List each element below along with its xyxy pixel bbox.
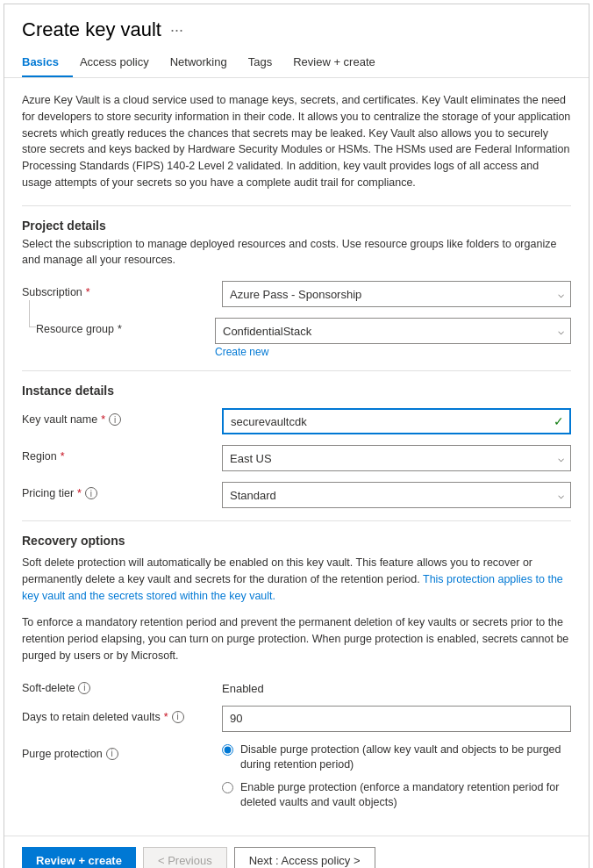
tab-access-policy[interactable]: Access policy: [80, 48, 163, 77]
resource-group-select[interactable]: ConfidentialStack: [215, 318, 571, 344]
resource-group-label: Resource group *: [22, 318, 215, 335]
resource-group-control: ConfidentialStack ⌵ Create new: [215, 318, 571, 358]
recovery-options-title: Recovery options: [22, 534, 571, 548]
purge-protection-info-icon[interactable]: i: [106, 748, 118, 760]
purge-enable-option[interactable]: Enable purge protection (enforce a manda…: [222, 780, 571, 811]
subscription-label: Subscription *: [22, 281, 215, 298]
purge-protection-control: Disable purge protection (allow key vaul…: [222, 742, 571, 811]
purge-enable-radio[interactable]: [222, 782, 233, 793]
days-retain-required: *: [164, 711, 168, 723]
purge-protection-radio-group: Disable purge protection (allow key vaul…: [222, 742, 571, 811]
region-select[interactable]: East US: [222, 445, 571, 471]
tab-tags[interactable]: Tags: [248, 48, 286, 77]
create-new-link[interactable]: Create new: [215, 346, 571, 358]
tab-bar: Basics Access policy Networking Tags Rev…: [4, 48, 589, 78]
subscription-control: Azure Pass - Sponsorship ⌵: [222, 281, 571, 307]
tab-basics[interactable]: Basics: [22, 48, 73, 77]
soft-delete-value: Enabled: [222, 677, 571, 695]
region-control: East US ⌵: [222, 445, 571, 471]
days-retain-info-icon[interactable]: i: [172, 711, 184, 723]
resource-group-required: *: [118, 323, 122, 335]
key-vault-name-valid-icon: ✓: [554, 414, 564, 428]
days-retain-input[interactable]: [222, 706, 571, 732]
purge-disable-option[interactable]: Disable purge protection (allow key vaul…: [222, 742, 571, 773]
review-create-button[interactable]: Review + create: [22, 847, 136, 869]
subscription-required: *: [86, 286, 90, 298]
pricing-tier-label: Pricing tier * i: [22, 482, 215, 499]
next-button[interactable]: Next : Access policy >: [234, 847, 375, 869]
pricing-tier-select[interactable]: Standard: [222, 482, 571, 508]
instance-details-title: Instance details: [22, 384, 571, 398]
soft-delete-info-icon[interactable]: i: [78, 682, 90, 694]
key-vault-name-info-icon[interactable]: i: [109, 413, 121, 426]
project-details-title: Project details: [22, 219, 571, 233]
purge-disable-label: Disable purge protection (allow key vaul…: [240, 742, 571, 773]
purge-protection-label: Purge protection i: [22, 742, 215, 760]
purge-disable-radio[interactable]: [222, 744, 233, 756]
soft-delete-label: Soft-delete i: [22, 677, 215, 694]
project-details-subtitle: Select the subscription to manage deploy…: [22, 236, 571, 269]
pricing-tier-required: *: [77, 487, 82, 499]
intro-description: Azure Key Vault is a cloud service used …: [22, 92, 571, 191]
previous-button: < Previous: [143, 847, 227, 869]
pricing-tier-control: Standard ⌵: [222, 482, 571, 508]
subscription-select[interactable]: Azure Pass - Sponsorship: [222, 281, 571, 307]
footer: Review + create < Previous Next : Access…: [4, 836, 589, 869]
key-vault-name-label: Key vault name * i: [22, 408, 215, 426]
region-required: *: [61, 450, 65, 463]
key-vault-name-required: *: [101, 413, 105, 426]
tab-review-create[interactable]: Review + create: [293, 48, 389, 77]
purge-enable-label: Enable purge protection (enforce a manda…: [240, 780, 571, 811]
recovery-description-2: To enforce a mandatory retention period …: [22, 614, 571, 664]
days-retain-label: Days to retain deleted vaults * i: [22, 706, 215, 723]
pricing-tier-info-icon[interactable]: i: [85, 487, 97, 499]
key-vault-name-control: ✓: [222, 408, 571, 434]
tab-networking[interactable]: Networking: [170, 48, 241, 77]
key-vault-name-input[interactable]: [222, 408, 571, 434]
recovery-description-1: Soft delete protection will automaticall…: [22, 555, 571, 604]
ellipsis-menu[interactable]: ···: [170, 21, 183, 39]
page-title: Create key vault: [22, 18, 161, 41]
region-label: Region *: [22, 445, 215, 463]
days-retain-control: [222, 706, 571, 732]
